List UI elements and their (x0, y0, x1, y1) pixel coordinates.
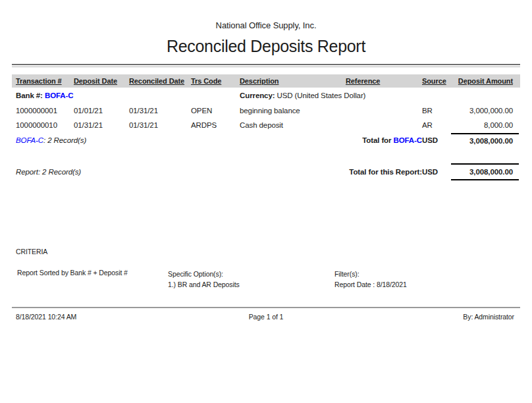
header-rule-top (12, 64, 520, 65)
cell-transaction: 1000000001 (16, 107, 74, 115)
col-header-description: Description (240, 77, 346, 85)
filters-label: Filter(s): (334, 269, 407, 279)
criteria-sorted-by: Report Sorted by Bank # + Deposit # (17, 269, 128, 277)
bank-total-amount: 3,008,000.00 (451, 133, 519, 148)
company-name: National Office Supply, Inc. (0, 20, 532, 30)
col-header-trs-code: Trs Code (191, 77, 240, 85)
specific-options-label: Specific Option(s): (168, 269, 240, 279)
cell-source: AR (422, 121, 451, 129)
bank-value: BOFA-C (45, 92, 73, 99)
currency-value: USD (United States Dollar) (277, 92, 366, 99)
cell-trs-code: OPEN (191, 107, 240, 115)
bank-group-row: Bank #: BOFA-C Currency: USD (United Sta… (12, 88, 520, 103)
cell-trs-code: ARDPS (191, 121, 240, 129)
report-title: Reconciled Deposits Report (0, 37, 532, 56)
cell-amount: 3,000,000.00 (451, 107, 519, 115)
table-header-row: Transaction # Deposit Date Reconciled Da… (12, 74, 520, 88)
table-row: 1000000001 01/01/21 01/31/21 OPEN beginn… (12, 103, 520, 118)
report-page: National Office Supply, Inc. Reconciled … (0, 0, 532, 403)
bank-total-label: Total for BOFA-C (346, 136, 422, 144)
cell-description: beginning balance (240, 107, 346, 115)
criteria-specific-options: Specific Option(s): 1.) BR and AR Deposi… (168, 269, 240, 290)
currency-info: Currency: USD (United States Dollar) (240, 92, 519, 99)
bank-total-row: BOFA-C: 2 Record(s) Total for BOFA-C USD… (12, 132, 520, 148)
footer-rule (12, 307, 520, 308)
bank-record-count: BOFA-C: 2 Record(s) (16, 136, 346, 144)
report-total-label: Total for this Report: (346, 168, 422, 176)
cell-deposit-date: 01/01/21 (74, 107, 129, 115)
cell-transaction: 1000000010 (16, 121, 74, 129)
report-record-count: Report: 2 Record(s) (16, 168, 346, 176)
header-rule-bottom (12, 67, 520, 67)
criteria-filters: Filter(s): Report Date : 8/18/2021 (334, 269, 407, 290)
specific-options-value: 1.) BR and AR Deposits (168, 279, 240, 290)
footer-author: By: Administrator (463, 313, 514, 321)
report-total-row: Report: 2 Record(s) Total for this Repor… (12, 163, 524, 180)
cell-source: BR (422, 107, 451, 115)
col-header-deposit-date: Deposit Date (74, 77, 129, 85)
col-header-reconciled-date: Reconciled Date (129, 77, 191, 85)
cell-amount: 8,000.00 (451, 121, 519, 129)
col-header-transaction: Transaction # (16, 77, 74, 85)
bank-total-currency: USD (422, 136, 451, 144)
bank-label: Bank #: (16, 92, 43, 99)
criteria-heading: CRITERIA (16, 248, 47, 255)
bank-record-count-rest: : 2 Record(s) (43, 136, 86, 144)
cell-deposit-date: 01/31/21 (74, 121, 129, 129)
col-header-source: Source (422, 77, 451, 85)
cell-reconciled-date: 01/31/21 (129, 107, 191, 115)
bank-total-label-bank: BOFA-C (394, 136, 422, 144)
report-table: Transaction # Deposit Date Reconciled Da… (12, 74, 520, 148)
bank-number: Bank #: BOFA-C (16, 92, 240, 99)
table-row: 1000000010 01/31/21 01/31/21 ARDPS Cash … (12, 118, 520, 132)
report-total-currency: USD (422, 168, 451, 176)
col-header-deposit-amount: Deposit Amount (451, 77, 519, 85)
filters-value: Report Date : 8/18/2021 (334, 279, 407, 290)
cell-reconciled-date: 01/31/21 (129, 121, 191, 129)
bank-record-count-bank: BOFA-C (16, 136, 43, 144)
bank-total-label-prefix: Total for (362, 136, 393, 144)
cell-description: Cash deposit (240, 121, 346, 129)
col-header-reference: Reference (346, 77, 422, 85)
report-total-amount: 3,008,000.00 (451, 163, 519, 180)
currency-label: Currency: (240, 92, 275, 99)
footer-page-number: Page 1 of 1 (0, 313, 532, 321)
